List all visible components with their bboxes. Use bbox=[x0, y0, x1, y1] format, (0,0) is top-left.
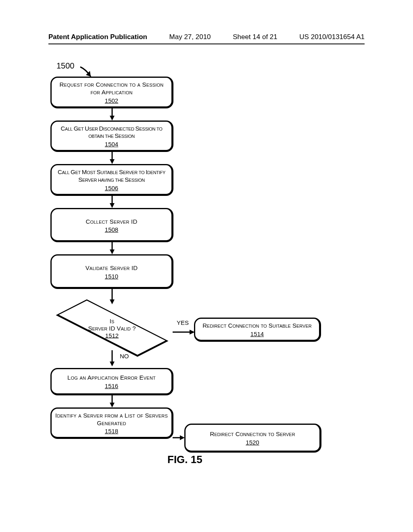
box-text: Redirect Connection to Suitable Server bbox=[198, 322, 317, 330]
box-validate-server-id: Validate Server ID 1510 bbox=[50, 254, 173, 289]
box-text: Call Get User Disconnected Session to ob… bbox=[54, 125, 169, 140]
sheet-number: Sheet 14 of 21 bbox=[233, 33, 277, 41]
decision-ref: 1512 bbox=[50, 332, 173, 339]
arrow-down-icon bbox=[109, 195, 115, 208]
box-redirect-suitable: Redirect Connection to Suitable Server 1… bbox=[194, 318, 321, 342]
box-ref: 1514 bbox=[198, 330, 317, 337]
svg-marker-2 bbox=[110, 116, 115, 121]
arrow-down-icon bbox=[109, 241, 115, 254]
svg-marker-6 bbox=[110, 203, 115, 208]
arrow-down-icon bbox=[109, 350, 115, 366]
publication-date: May 27, 2010 bbox=[169, 33, 211, 41]
box-call-disconnected-session: Call Get User Disconnected Session to ob… bbox=[50, 121, 173, 152]
arrow-down-icon bbox=[109, 151, 115, 164]
branch-yes-label: YES bbox=[177, 319, 189, 326]
box-ref: 1516 bbox=[54, 382, 169, 389]
flowchart-reference: 1500 bbox=[56, 61, 75, 71]
box-text: Log an Application Error Event bbox=[54, 374, 169, 382]
decision-server-id-valid: Is Server ID Valid ? 1512 bbox=[50, 304, 173, 352]
box-ref: 1518 bbox=[54, 428, 169, 434]
figure-caption: FIG. 15 bbox=[167, 453, 202, 466]
branch-no-label: NO bbox=[120, 353, 129, 360]
page-header: Patent Application Publication May 27, 2… bbox=[48, 33, 365, 44]
box-text: Identify a Server from a List of Servers… bbox=[54, 412, 169, 427]
box-call-suitable-server: Call Get Most Suitable Server to Identif… bbox=[50, 164, 173, 196]
box-identify-server: Identify a Server from a List of Servers… bbox=[50, 407, 173, 439]
svg-marker-14 bbox=[110, 403, 115, 407]
publication-label: Patent Application Publication bbox=[48, 33, 147, 41]
decision-text-line2: Server ID Valid ? bbox=[50, 325, 173, 332]
arrow-right-icon bbox=[173, 434, 185, 441]
arrow-right-icon bbox=[173, 329, 195, 335]
box-ref: 1506 bbox=[54, 185, 169, 191]
decision-text-line1: Is bbox=[50, 318, 173, 325]
box-log-error: Log an Application Error Event 1516 bbox=[50, 368, 173, 395]
svg-marker-10 bbox=[110, 299, 115, 304]
box-text: Validate Server ID bbox=[54, 264, 169, 272]
box-collect-server-id: Collect Server ID 1508 bbox=[50, 208, 173, 243]
box-ref: 1508 bbox=[54, 226, 169, 233]
svg-marker-12 bbox=[110, 362, 115, 366]
box-ref: 1510 bbox=[54, 273, 169, 280]
box-text: Redirect Connection to Server bbox=[188, 430, 317, 438]
box-ref: 1504 bbox=[54, 141, 169, 148]
box-text: Request for Connection to a Session for … bbox=[54, 81, 169, 96]
svg-marker-4 bbox=[110, 159, 115, 164]
box-ref: 1520 bbox=[188, 439, 317, 446]
box-ref: 1502 bbox=[54, 97, 169, 104]
arrow-down-icon bbox=[109, 288, 115, 304]
publication-number: US 2010/0131654 A1 bbox=[299, 33, 365, 41]
arrow-down-icon bbox=[109, 395, 115, 407]
box-request-connection: Request for Connection to a Session for … bbox=[50, 77, 173, 108]
svg-marker-8 bbox=[110, 249, 115, 254]
box-text: Call Get Most Suitable Server to Identif… bbox=[54, 168, 169, 184]
box-text: Collect Server ID bbox=[54, 218, 169, 226]
box-redirect-server: Redirect Connection to Server 1520 bbox=[184, 424, 321, 453]
arrow-down-icon bbox=[109, 108, 115, 121]
